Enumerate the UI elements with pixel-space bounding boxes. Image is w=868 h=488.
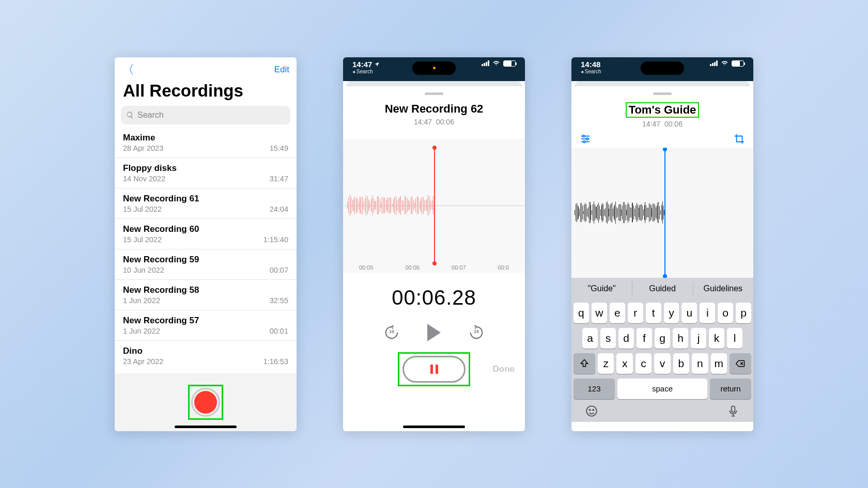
sheet-background-peek bbox=[575, 81, 750, 86]
key-u[interactable]: u bbox=[681, 303, 697, 323]
key-i[interactable]: i bbox=[700, 303, 715, 323]
key-b[interactable]: b bbox=[673, 353, 689, 374]
key-w[interactable]: w bbox=[592, 303, 607, 323]
skip-forward-button[interactable]: 15 bbox=[469, 325, 484, 340]
wifi-icon bbox=[492, 60, 500, 66]
recording-indicator-icon bbox=[433, 67, 436, 69]
settings-sliders-icon[interactable] bbox=[580, 133, 591, 145]
key-n[interactable]: n bbox=[692, 353, 708, 374]
key-m[interactable]: m bbox=[711, 353, 727, 374]
home-indicator[interactable] bbox=[175, 426, 237, 428]
return-key[interactable]: return bbox=[710, 379, 751, 399]
svg-rect-9 bbox=[732, 406, 735, 412]
time-ticks: 00:0500:0600:0700:0 bbox=[343, 264, 525, 271]
crop-icon[interactable] bbox=[734, 133, 745, 145]
keyboard: qwertyuiop asdfghjkl zxcvbnm 123 space r… bbox=[571, 300, 753, 422]
key-y[interactable]: y bbox=[664, 303, 679, 323]
list-item[interactable]: New Recording 581 Jun 202232:55 bbox=[115, 280, 297, 310]
key-t[interactable]: t bbox=[646, 303, 661, 323]
key-z[interactable]: z bbox=[598, 353, 614, 374]
key-p[interactable]: p bbox=[736, 303, 751, 323]
key-o[interactable]: o bbox=[718, 303, 733, 323]
numbers-key[interactable]: 123 bbox=[574, 379, 615, 399]
cellular-icon bbox=[482, 60, 489, 66]
dynamic-island[interactable] bbox=[641, 61, 684, 75]
list-item[interactable]: New Recording 571 Jun 202200:01 bbox=[115, 310, 297, 341]
keyboard-suggestions: "Guide" Guided Guidelines bbox=[571, 278, 753, 300]
suggestion[interactable]: Guided bbox=[632, 278, 692, 300]
key-r[interactable]: r bbox=[628, 303, 643, 323]
key-c[interactable]: c bbox=[636, 353, 652, 374]
dictation-key-icon[interactable] bbox=[726, 404, 740, 418]
backspace-key[interactable] bbox=[730, 353, 751, 374]
battery-icon bbox=[503, 60, 516, 67]
list-item[interactable]: Floppy disks14 Nov 202231:47 bbox=[115, 158, 297, 188]
svg-point-3 bbox=[583, 135, 585, 137]
waveform-area[interactable] bbox=[571, 148, 753, 278]
list-item[interactable]: New Recording 5910 Jun 202200:07 bbox=[115, 249, 297, 280]
sheet-grabber[interactable] bbox=[425, 92, 443, 95]
list-item[interactable]: New Recording 6115 Jul 202224:04 bbox=[115, 188, 297, 219]
highlight-box bbox=[398, 352, 470, 386]
key-q[interactable]: q bbox=[574, 303, 589, 323]
playhead-icon[interactable] bbox=[434, 148, 435, 263]
recording-title-input[interactable]: Tom's Guide bbox=[626, 102, 700, 118]
recording-title[interactable]: New Recording 62 bbox=[343, 102, 525, 116]
list-item[interactable]: Maxime28 Apr 202315:49 bbox=[115, 128, 297, 158]
sheet-grabber[interactable] bbox=[653, 92, 672, 95]
status-bar: 14:47 ◂ Search bbox=[343, 57, 525, 81]
svg-point-7 bbox=[590, 409, 591, 410]
search-placeholder: Search bbox=[137, 111, 164, 120]
svg-point-8 bbox=[593, 409, 594, 410]
home-indicator[interactable] bbox=[403, 426, 465, 428]
back-to-search[interactable]: ◂ Search bbox=[581, 69, 601, 74]
key-k[interactable]: k bbox=[709, 328, 724, 349]
location-icon bbox=[374, 61, 380, 67]
play-button[interactable] bbox=[427, 324, 441, 341]
suggestion[interactable]: "Guide" bbox=[571, 278, 632, 300]
playhead-icon[interactable] bbox=[664, 148, 665, 278]
status-bar: 14:48 ◂ Search bbox=[571, 57, 753, 81]
key-v[interactable]: v bbox=[654, 353, 670, 374]
cellular-icon bbox=[710, 60, 718, 66]
status-time: 14:47 bbox=[352, 60, 372, 69]
sheet-background-peek bbox=[346, 81, 522, 86]
key-s[interactable]: s bbox=[600, 328, 616, 349]
suggestion[interactable]: Guidelines bbox=[693, 278, 753, 300]
dynamic-island[interactable] bbox=[412, 61, 456, 75]
recording-meta: 14:47 00:06 bbox=[571, 120, 753, 128]
transport-controls: 15 15 bbox=[343, 324, 525, 341]
key-d[interactable]: d bbox=[618, 328, 634, 349]
battery-icon bbox=[732, 60, 744, 67]
waveform-area[interactable]: 00:0500:0600:0700:0 bbox=[343, 138, 525, 273]
screen-rename-recording: 14:48 ◂ Search Tom's Guide 14:47 00:06 "… bbox=[571, 57, 753, 431]
space-key[interactable]: space bbox=[617, 379, 707, 399]
shift-key[interactable] bbox=[574, 353, 595, 374]
key-e[interactable]: e bbox=[610, 303, 625, 323]
recordings-list: Maxime28 Apr 202315:49 Floppy disks14 No… bbox=[115, 128, 297, 373]
skip-back-button[interactable]: 15 bbox=[384, 325, 399, 340]
key-j[interactable]: j bbox=[691, 328, 706, 349]
back-to-search[interactable]: ◂ Search bbox=[352, 69, 380, 74]
screen-recording-active: 14:47 ◂ Search New Recording 62 14:47 00… bbox=[343, 57, 525, 431]
key-x[interactable]: x bbox=[616, 353, 632, 374]
key-g[interactable]: g bbox=[655, 328, 670, 349]
bottom-toolbar bbox=[115, 373, 297, 431]
svg-point-5 bbox=[583, 140, 585, 143]
status-time: 14:48 bbox=[581, 60, 600, 69]
recording-meta: 14:47 00:06 bbox=[343, 118, 525, 126]
list-item[interactable]: New Recording 6015 Jul 20221:15:40 bbox=[115, 219, 297, 249]
wifi-icon bbox=[721, 60, 729, 66]
key-l[interactable]: l bbox=[727, 328, 742, 349]
key-a[interactable]: a bbox=[582, 328, 598, 349]
done-button[interactable]: Done bbox=[493, 364, 515, 374]
key-f[interactable]: f bbox=[637, 328, 652, 349]
recording-sheet: Tom's Guide 14:47 00:06 "Guide" Guided G… bbox=[571, 88, 753, 431]
list-item[interactable]: Dino23 Apr 20221:16:53 bbox=[115, 341, 297, 371]
search-input[interactable]: Search bbox=[121, 106, 290, 124]
key-h[interactable]: h bbox=[673, 328, 688, 349]
edit-button[interactable]: Edit bbox=[274, 65, 289, 75]
svg-point-4 bbox=[586, 138, 588, 140]
emoji-key-icon[interactable] bbox=[585, 404, 598, 418]
back-chevron-icon[interactable]: 〈 bbox=[122, 61, 134, 78]
